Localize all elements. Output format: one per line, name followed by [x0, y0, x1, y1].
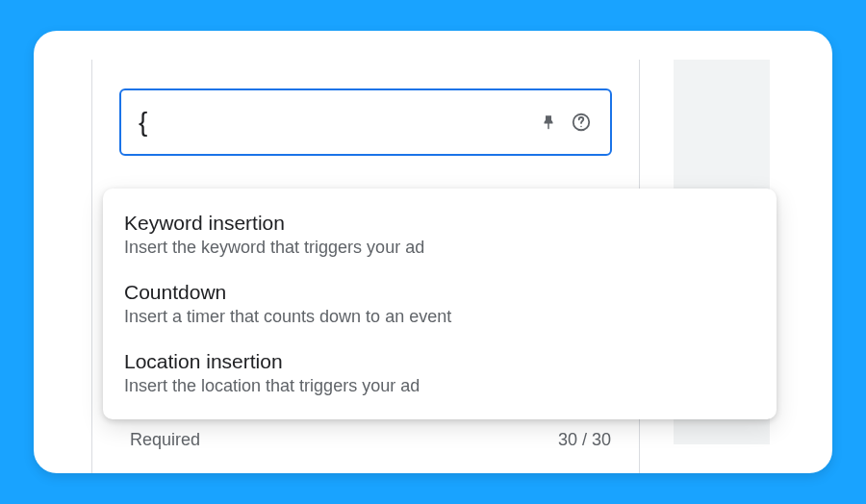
svg-point-1	[580, 126, 581, 127]
dropdown-item-keyword-insertion[interactable]: Keyword insertion Insert the keyword tha…	[103, 200, 777, 269]
dropdown-item-title: Countdown	[124, 281, 755, 304]
input-icon-group	[537, 111, 593, 134]
dropdown-item-title: Keyword insertion	[124, 212, 755, 235]
dropdown-item-countdown[interactable]: Countdown Insert a timer that counts dow…	[103, 269, 777, 339]
headline-input-container[interactable]	[119, 88, 612, 156]
dropdown-item-location-insertion[interactable]: Location insertion Insert the location t…	[103, 339, 777, 408]
dropdown-item-desc: Insert a timer that counts down to an ev…	[124, 307, 755, 327]
field-footer: Required 30 / 30	[130, 430, 611, 450]
pin-icon[interactable]	[537, 111, 560, 134]
help-icon[interactable]	[570, 111, 593, 134]
char-counter: 30 / 30	[558, 430, 611, 450]
insertion-dropdown: Keyword insertion Insert the keyword tha…	[103, 189, 777, 419]
required-label: Required	[130, 430, 200, 450]
dropdown-item-title: Location insertion	[124, 350, 755, 373]
editor-panel: Required 30 / 30 Keyword insertion Inser…	[34, 31, 832, 473]
dropdown-item-desc: Insert the location that triggers your a…	[124, 376, 755, 396]
headline-input[interactable]	[139, 107, 537, 138]
dropdown-item-desc: Insert the keyword that triggers your ad	[124, 238, 755, 258]
